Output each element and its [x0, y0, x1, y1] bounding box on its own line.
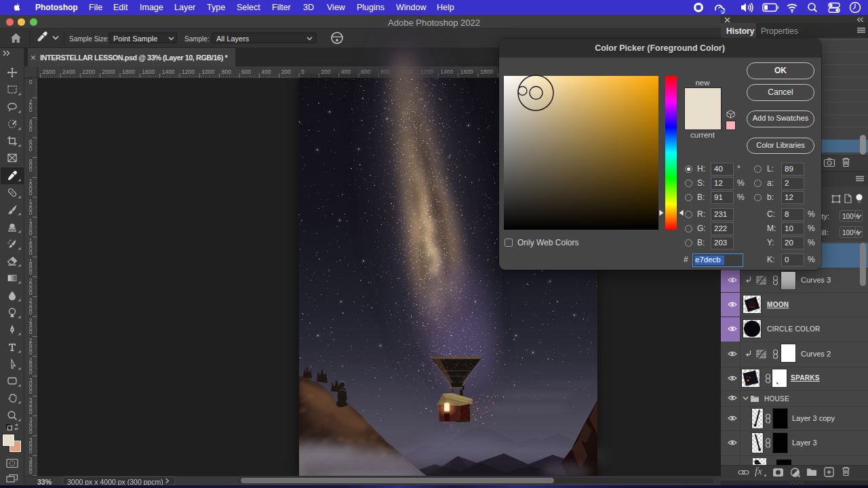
- svg-text:400: 400: [261, 68, 271, 75]
- svg-text:1800: 1800: [480, 68, 493, 75]
- svg-text:0: 0: [29, 349, 33, 356]
- svg-text:600: 600: [241, 68, 251, 75]
- svg-text:1800: 1800: [122, 68, 135, 75]
- svg-text:0: 0: [29, 106, 33, 113]
- svg-text:0: 0: [301, 68, 304, 75]
- svg-text:800: 800: [222, 68, 231, 75]
- svg-text:1200: 1200: [182, 68, 195, 75]
- svg-text:0: 0: [29, 289, 33, 296]
- svg-text:0: 0: [29, 309, 33, 316]
- svg-text:0: 0: [29, 249, 33, 256]
- svg-text:0: 0: [29, 230, 33, 237]
- svg-text:0: 0: [29, 369, 33, 375]
- svg-text:0: 0: [29, 329, 33, 336]
- svg-text:0: 0: [29, 166, 33, 173]
- svg-text:400: 400: [341, 68, 351, 75]
- svg-text:0: 0: [29, 448, 33, 455]
- svg-text:0: 0: [29, 146, 33, 152]
- svg-text:600: 600: [361, 68, 370, 75]
- svg-text:2000: 2000: [102, 68, 115, 75]
- svg-text:0: 0: [29, 126, 33, 133]
- svg-text:1400: 1400: [440, 68, 453, 75]
- svg-text:0: 0: [29, 209, 33, 216]
- svg-text:0: 0: [29, 468, 33, 475]
- svg-text:200: 200: [281, 68, 291, 75]
- svg-text:0: 0: [29, 388, 33, 395]
- svg-text:0: 0: [29, 269, 33, 276]
- svg-text:1600: 1600: [142, 68, 155, 75]
- svg-text:0: 0: [29, 79, 33, 85]
- svg-text:1400: 1400: [162, 68, 175, 75]
- svg-text:0: 0: [29, 190, 33, 197]
- svg-text:1600: 1600: [460, 68, 473, 75]
- svg-text:2600: 2600: [43, 68, 56, 75]
- svg-text:0: 0: [29, 428, 33, 435]
- svg-text:2200: 2200: [82, 68, 95, 75]
- svg-text:200: 200: [321, 68, 330, 75]
- svg-text:2400: 2400: [62, 68, 75, 75]
- svg-text:0: 0: [29, 409, 33, 415]
- svg-text:1000: 1000: [201, 68, 214, 75]
